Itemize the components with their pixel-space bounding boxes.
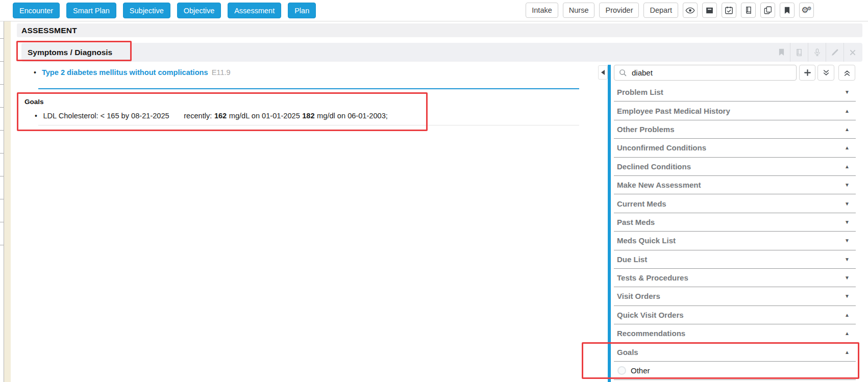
close-icon (849, 49, 856, 56)
stage-button-intake[interactable]: Intake (526, 3, 558, 18)
toolbar-button-settings-gears[interactable]: ⚙⚙ (799, 3, 814, 18)
bookmark-icon (783, 6, 791, 15)
chevron-down-icon: ▼ (845, 201, 850, 207)
nav-button-plan[interactable]: Plan (288, 3, 316, 18)
bullet-icon: • (34, 68, 36, 77)
toolbar-button-copy[interactable] (760, 3, 775, 18)
sidebar-section-due-list[interactable]: Due List▼ (614, 250, 856, 269)
nav-button-smart-plan[interactable]: Smart Plan (66, 3, 116, 18)
book-icon (744, 6, 753, 15)
goal-item[interactable]: • LDL Cholesterol: < 165 by 08-21-2025 r… (35, 112, 388, 120)
left-accent-strip (4, 21, 11, 382)
left-collapsed-panel-edge (0, 21, 4, 382)
sidebar-section-problem-list[interactable]: Problem List▼ (614, 83, 856, 101)
goal-detail-2: mg/dl on 06-01-2003; (317, 112, 388, 120)
rail-tick (0, 61, 4, 62)
sidebar-section-visit-orders[interactable]: Visit Orders▼ (614, 287, 856, 305)
archive-icon (705, 6, 714, 15)
section-action-bookmark[interactable] (773, 43, 790, 62)
rail-tick (0, 245, 4, 245)
chevron-up-icon: ▲ (845, 126, 850, 132)
sidebar-search (614, 65, 797, 81)
section-action-book[interactable] (790, 43, 808, 62)
toolbar-button-calendar-check[interactable] (722, 3, 736, 18)
chevron-up-icon: ▲ (845, 145, 850, 150)
nav-button-subjective[interactable]: Subjective (123, 3, 170, 18)
sidebar-section-unconfirmed-conditions[interactable]: Unconfirmed Conditions▲ (614, 139, 856, 157)
search-icon (618, 68, 627, 79)
diagnosis-link[interactable]: Type 2 diabetes mellitus without complic… (42, 68, 208, 77)
book-icon (795, 48, 804, 57)
icd10-code: E11.9 (212, 68, 231, 77)
nav-button-objective[interactable]: Objective (177, 3, 221, 18)
stage-button-provider[interactable]: Provider (599, 3, 639, 18)
sidebar-section-label: Tests & Procedures (617, 273, 688, 282)
pencil-icon (831, 48, 839, 57)
sidebar-section-meds-quick-list[interactable]: Meds Quick List▼ (614, 232, 856, 250)
section-action-microphone[interactable] (808, 43, 826, 62)
chevron-left-icon (601, 70, 605, 75)
sidebar-section-label: Unconfirmed Conditions (617, 143, 706, 152)
sidebar-option-label: Other (631, 366, 650, 375)
sidebar-section-label: Meds Quick List (617, 236, 676, 245)
ehr-assessment-screen: EncounterSmart PlanSubjectiveObjectiveAs… (0, 0, 868, 382)
add-button[interactable] (799, 65, 815, 81)
sidebar-section-goals[interactable]: Goals▲ (614, 343, 856, 361)
sidebar-section-make-new-assessment[interactable]: Make New Assessment▼ (614, 176, 856, 194)
diagnosis-item[interactable]: • Type 2 diabetes mellitus without compl… (34, 68, 231, 77)
bullet-icon: • (35, 112, 37, 120)
page-title: ASSESSMENT (17, 23, 862, 37)
toolbar-button-eye[interactable] (683, 3, 698, 18)
plus-icon (803, 68, 812, 77)
section-action-close[interactable] (844, 43, 861, 62)
rail-tick (0, 130, 4, 131)
chevron-up-icon: ▲ (845, 164, 850, 169)
sidebar-section-current-meds[interactable]: Current Meds▼ (614, 194, 856, 213)
collapse-all-button[interactable] (838, 65, 855, 81)
sidebar-section-declined-conditions[interactable]: Declined Conditions▲ (614, 158, 856, 176)
sidebar-section-employee-past-medical-history[interactable]: Employee Past Medical History▲ (614, 101, 856, 120)
goal-target: LDL Cholesterol: < 165 by 08-21-2025 (43, 112, 169, 120)
chevron-up-icon: ▲ (845, 312, 850, 318)
chevron-down-icon: ▼ (845, 275, 850, 281)
sidebar-section-label: Other Problems (617, 125, 675, 134)
toolbar-button-bookmark[interactable] (780, 3, 795, 18)
sidebar-section-label: Due List (617, 255, 647, 264)
sidebar-section-past-meds[interactable]: Past Meds▼ (614, 213, 856, 232)
toolbar-button-book[interactable] (741, 3, 756, 18)
sidebar-section-quick-visit-orders[interactable]: Quick Visit Orders▲ (614, 306, 856, 324)
rail-tick (0, 199, 4, 199)
expand-all-button[interactable] (817, 65, 834, 81)
calendar-check-icon (724, 6, 734, 15)
chevron-down-icon: ▼ (845, 257, 850, 262)
symptoms-diagnosis-header: Symptoms / Diagnosis (21, 43, 862, 62)
stage-button-depart[interactable]: Depart (643, 3, 678, 18)
section-action-pencil[interactable] (826, 43, 844, 62)
double-chevron-up-icon (843, 69, 851, 77)
sidebar-section-label: Recommendations (617, 329, 685, 338)
goal-recently-label: recently: (184, 112, 212, 120)
sidebar-section-label: Declined Conditions (617, 162, 691, 171)
diagnosis-divider (38, 88, 579, 89)
rail-tick (0, 176, 4, 176)
search-input[interactable] (614, 65, 797, 81)
toolbar-button-archive[interactable] (702, 3, 717, 18)
nav-button-assessment[interactable]: Assessment (228, 3, 281, 18)
chevron-down-icon: ▼ (845, 182, 850, 188)
sidebar-section-tests-procedures[interactable]: Tests & Procedures▼ (614, 269, 856, 287)
chevron-down-icon: ▼ (845, 238, 850, 243)
radio-icon[interactable] (617, 366, 626, 375)
sidebar-section-recommendations[interactable]: Recommendations▲ (614, 324, 856, 343)
chevron-up-icon: ▲ (845, 108, 850, 114)
chevron-up-icon: ▲ (845, 330, 850, 336)
sidebar-section-label: Past Meds (617, 218, 655, 226)
eye-icon (685, 6, 695, 15)
double-chevron-down-icon (822, 69, 830, 77)
nav-button-encounter[interactable]: Encounter (13, 3, 60, 18)
visit-stage-buttons: IntakeNurseProviderDepart⚙⚙ (526, 3, 814, 18)
rail-tick (0, 153, 4, 154)
sidebar-option-other[interactable]: Other (614, 362, 856, 380)
sidebar-section-other-problems[interactable]: Other Problems▲ (614, 120, 856, 139)
stage-button-nurse[interactable]: Nurse (563, 3, 595, 18)
sidebar-collapse-button[interactable] (598, 65, 608, 80)
